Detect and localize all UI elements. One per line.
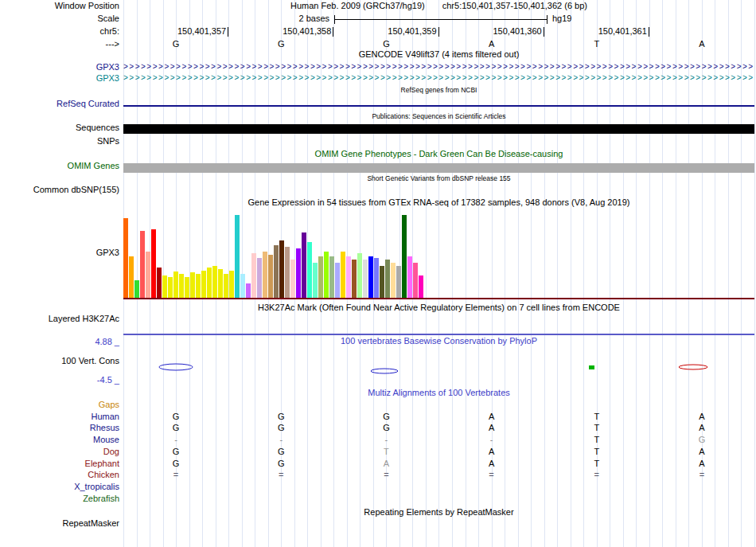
gtex-bar[interactable] xyxy=(151,229,156,298)
gtex-bar[interactable] xyxy=(173,272,178,298)
gtex-bar[interactable] xyxy=(140,231,145,298)
alignment-base: A xyxy=(686,423,718,432)
gtex-bar[interactable] xyxy=(391,263,396,298)
gtex-bar[interactable] xyxy=(274,245,279,298)
repeatmasker-title[interactable]: Repeating Elements by RepeatMasker xyxy=(123,507,754,517)
gtex-gene-label[interactable]: GPX3 xyxy=(0,248,119,257)
gtex-bar[interactable] xyxy=(123,218,128,298)
gtex-bar[interactable] xyxy=(235,215,240,298)
species-label[interactable]: Rhesus xyxy=(0,423,119,432)
species-label[interactable]: Dog xyxy=(0,447,119,456)
gtex-bar[interactable] xyxy=(207,268,212,298)
gtex-bar[interactable] xyxy=(257,258,262,298)
refseq-curated-label[interactable]: RefSeq Curated xyxy=(0,99,119,108)
conservation-marks[interactable] xyxy=(123,358,754,379)
gtex-bar[interactable] xyxy=(363,260,368,298)
gtex-bar[interactable] xyxy=(157,268,162,298)
gtex-bar[interactable] xyxy=(352,260,357,298)
refseq-gene-line[interactable] xyxy=(123,105,754,107)
gtex-bar[interactable] xyxy=(419,275,423,298)
gtex-bar[interactable] xyxy=(246,283,251,298)
species-label[interactable]: Zebrafish xyxy=(0,494,119,503)
alignment-base: G xyxy=(370,412,402,421)
gtex-bar[interactable] xyxy=(402,215,407,298)
snps-label[interactable]: SNPs xyxy=(0,136,119,146)
publications-sequence-bar[interactable] xyxy=(123,124,754,134)
species-label[interactable]: Human xyxy=(0,412,119,421)
species-label[interactable]: Mouse xyxy=(0,435,119,444)
species-label[interactable]: Chicken xyxy=(0,470,119,479)
gencode-arrow-line[interactable]: >>>>>>>>>>>>>>>>>>>>>>>>>>>>>>>>>>>>>>>>… xyxy=(123,73,754,83)
gtex-bar[interactable] xyxy=(407,256,412,298)
gtex-bar[interactable] xyxy=(302,232,306,298)
conservation-label[interactable]: 100 Vert. Cons xyxy=(0,356,119,365)
ruler-tick xyxy=(333,27,333,37)
sequences-label[interactable]: Sequences xyxy=(0,123,119,132)
gtex-bar[interactable] xyxy=(357,253,362,298)
genome-browser-image: Window Position Human Feb. 2009 (GRCh37/… xyxy=(0,0,756,547)
gtex-bar[interactable] xyxy=(335,263,340,298)
alignment-base: = xyxy=(686,470,718,479)
gtex-bar[interactable] xyxy=(134,280,139,298)
gtex-bar[interactable] xyxy=(413,263,418,298)
gtex-bar[interactable] xyxy=(263,252,267,298)
gtex-bar[interactable] xyxy=(341,252,345,298)
gtex-bar[interactable] xyxy=(307,242,312,298)
gtex-bar[interactable] xyxy=(129,256,134,298)
gtex-bar[interactable] xyxy=(346,256,351,298)
gtex-bar[interactable] xyxy=(385,260,390,298)
gtex-bar[interactable] xyxy=(224,274,228,298)
ruler-tick-label: 150,401,360 xyxy=(470,26,542,36)
omim-gene-bar[interactable] xyxy=(123,163,754,173)
gtex-bar[interactable] xyxy=(380,266,384,298)
alignment-base: = xyxy=(160,470,192,479)
conservation-title[interactable]: 100 vertebrates Basewise Conservation by… xyxy=(123,336,754,346)
gtex-bar[interactable] xyxy=(324,252,329,298)
gtex-bar[interactable] xyxy=(318,256,323,298)
alignment-base: A xyxy=(370,459,402,468)
gtex-bar[interactable] xyxy=(251,253,256,298)
scale-label: Scale xyxy=(0,14,119,23)
gencode-item-label[interactable]: GPX3 xyxy=(0,73,119,83)
gtex-bar[interactable] xyxy=(290,260,295,298)
header-position-line: Human Feb. 2009 (GRCh37/hg19)chr5:150,40… xyxy=(123,1,754,10)
gtex-bar[interactable] xyxy=(179,274,184,298)
gencode-arrow-line[interactable]: >>>>>>>>>>>>>>>>>>>>>>>>>>>>>>>>>>>>>>>>… xyxy=(123,62,754,72)
gtex-bar[interactable] xyxy=(313,263,318,298)
alignment-base: A xyxy=(476,459,508,468)
gtex-bar[interactable] xyxy=(185,277,189,298)
gtex-title[interactable]: Gene Expression in 54 tissues from GTEx … xyxy=(123,197,754,207)
h3k27ac-title[interactable]: H3K27Ac Mark (Often Found Near Active Re… xyxy=(123,303,754,312)
gtex-bar[interactable] xyxy=(218,269,223,298)
gtex-bar[interactable] xyxy=(374,258,379,298)
gtex-bar[interactable] xyxy=(329,256,334,298)
gtex-bar[interactable] xyxy=(396,266,401,298)
gtex-bar[interactable] xyxy=(240,274,245,298)
multiz-title[interactable]: Multiz Alignments of 100 Vertebrates xyxy=(123,388,754,397)
repeatmasker-label[interactable]: RepeatMasker xyxy=(0,518,119,528)
gtex-bar[interactable] xyxy=(279,240,284,298)
gtex-bar[interactable] xyxy=(229,271,234,298)
gtex-bar[interactable] xyxy=(162,275,167,298)
omim-genes-label[interactable]: OMIM Genes xyxy=(0,161,119,170)
omim-title[interactable]: OMIM Gene Phenotypes - Dark Green Can Be… xyxy=(123,149,754,158)
alignment-base: = xyxy=(581,470,613,479)
dbsnp-label[interactable]: Common dbSNP(155) xyxy=(0,185,119,194)
scale-bar-left-tick xyxy=(334,15,335,24)
gtex-bar[interactable] xyxy=(368,256,373,298)
gtex-bar[interactable] xyxy=(212,266,217,298)
gencode-title[interactable]: GENCODE V49lift37 (4 items filtered out) xyxy=(123,49,754,59)
h3k27ac-label[interactable]: Layered H3K27Ac xyxy=(0,314,119,323)
gtex-bar[interactable] xyxy=(268,255,273,298)
gtex-bar[interactable] xyxy=(285,247,290,298)
gtex-bar[interactable] xyxy=(196,274,201,298)
species-label[interactable]: X_tropicalis xyxy=(0,482,119,491)
species-label[interactable]: Gaps xyxy=(0,400,119,409)
gtex-bar[interactable] xyxy=(190,272,195,298)
gtex-bar[interactable] xyxy=(296,248,301,298)
gencode-item-label[interactable]: GPX3 xyxy=(0,62,119,72)
gtex-bar[interactable] xyxy=(146,252,150,298)
species-label[interactable]: Elephant xyxy=(0,459,119,468)
gtex-bar[interactable] xyxy=(168,277,173,298)
gtex-bar[interactable] xyxy=(201,271,206,298)
